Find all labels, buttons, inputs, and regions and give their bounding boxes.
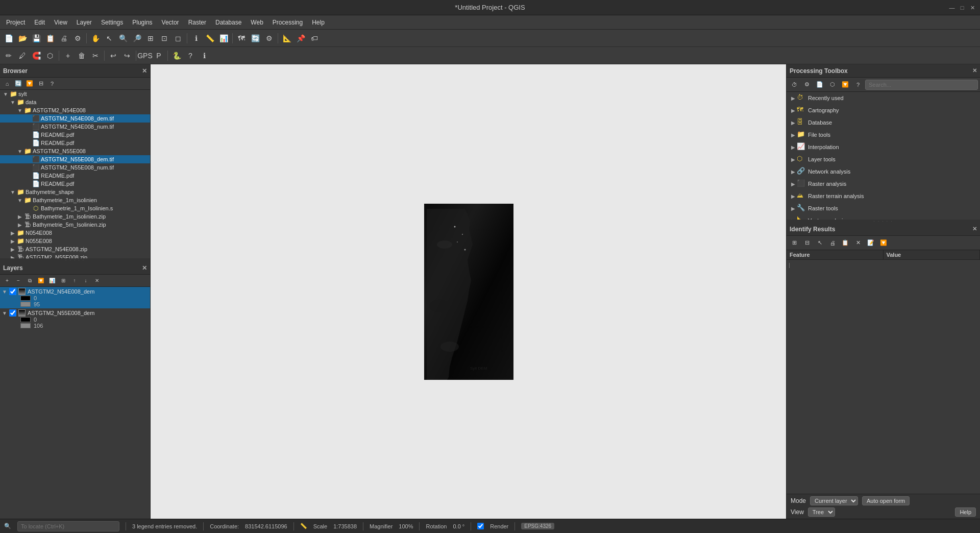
browser-item-bathy5m-zip[interactable]: ▶ 🗜 Bathymetrie_5m_Isolinien.zip bbox=[0, 221, 150, 229]
layer-expand-N55[interactable]: ▼ bbox=[2, 310, 7, 316]
label-button[interactable]: 🏷 bbox=[308, 32, 321, 45]
add-feature-button[interactable]: + bbox=[61, 49, 75, 62]
browser-item-bathy1m[interactable]: ▼ 📁 Bathymetrie_1m_isolinien bbox=[0, 196, 150, 204]
layers-close-icon[interactable]: ✕ bbox=[142, 264, 147, 272]
identify-button[interactable]: ℹ bbox=[189, 32, 203, 45]
identify-clear-button[interactable]: ✕ bbox=[852, 237, 864, 249]
proc-report-button[interactable]: 📄 bbox=[814, 79, 825, 90]
browser-collapse-button[interactable]: ⊟ bbox=[36, 79, 46, 89]
browser-item-N55-dem[interactable]: ⬛ ASTGTM2_N55E008_dem.tif bbox=[0, 155, 150, 163]
menu-edit[interactable]: Edit bbox=[30, 17, 49, 28]
proc-help-button[interactable]: ? bbox=[852, 79, 864, 90]
gpx-button[interactable]: GPS bbox=[138, 49, 152, 62]
browser-item-N055E008[interactable]: ▶ 📁 N055E008 bbox=[0, 237, 150, 245]
browser-item-N55-num[interactable]: ⬛ ASTGTM2_N55E008_num.tif bbox=[0, 163, 150, 172]
proc-filter-button[interactable]: 🔽 bbox=[840, 79, 851, 90]
remove-layer-button[interactable]: − bbox=[13, 276, 23, 286]
minimize-button[interactable]: — bbox=[948, 4, 955, 11]
zoom-layer-button[interactable]: ⊡ bbox=[158, 32, 171, 45]
auto-open-form-button[interactable]: Auto open form bbox=[862, 496, 910, 505]
attribute-table-button[interactable]: 📊 bbox=[217, 32, 230, 45]
layer-group-button[interactable]: ⊞ bbox=[58, 276, 68, 286]
ptool-raster-terrain[interactable]: ▶ ⛰ Raster terrain analysis bbox=[787, 190, 980, 202]
ruler-button[interactable]: 📐 bbox=[280, 32, 293, 45]
edit-button[interactable]: 🖊 bbox=[16, 49, 29, 62]
filter-layer-button[interactable]: 🔽 bbox=[36, 276, 46, 286]
browser-item-sylt[interactable]: ▼ 📁 sylt bbox=[0, 90, 150, 98]
layer-visible-N55[interactable] bbox=[9, 309, 16, 317]
menu-help[interactable]: Help bbox=[308, 17, 329, 28]
browser-item-N54-num[interactable]: ⬛ ASTGTM2_N54E008_num.tif bbox=[0, 123, 150, 131]
view-select[interactable]: Tree bbox=[808, 507, 835, 517]
identify-print-button[interactable]: 🖨 bbox=[827, 237, 838, 249]
pan-button[interactable]: ✋ bbox=[89, 32, 102, 45]
browser-close-icon[interactable]: ✕ bbox=[142, 67, 147, 75]
ptool-network-analysis[interactable]: ▶ 🔗 Network analysis bbox=[787, 165, 980, 178]
processing-search-input[interactable] bbox=[865, 80, 978, 90]
browser-refresh-button[interactable]: 🔄 bbox=[13, 79, 23, 89]
node-button[interactable]: ⬡ bbox=[43, 49, 57, 62]
proc-settings-button[interactable]: ⚙ bbox=[801, 79, 813, 90]
browser-item-data[interactable]: ▼ 📁 data bbox=[0, 98, 150, 106]
layer-expand-N54[interactable]: ▼ bbox=[2, 289, 7, 295]
menu-vector[interactable]: Vector bbox=[158, 17, 183, 28]
properties-button[interactable]: ⚙ bbox=[71, 32, 84, 45]
ptool-raster-tools[interactable]: ▶ 🔧 Raster tools bbox=[787, 202, 980, 214]
maximize-button[interactable]: □ bbox=[959, 4, 966, 11]
print-button[interactable]: 🖨 bbox=[57, 32, 70, 45]
browser-info-button[interactable]: ? bbox=[47, 79, 57, 89]
browser-item-readme2[interactable]: 📄 README.pdf bbox=[0, 139, 150, 147]
identify-collapse-button[interactable]: ⊟ bbox=[801, 237, 813, 249]
ptool-file-tools[interactable]: ▶ 📁 File tools bbox=[787, 129, 980, 141]
ptool-layer-tools[interactable]: ▶ ⬡ Layer tools bbox=[787, 153, 980, 165]
mode-select[interactable]: Current layer bbox=[810, 496, 858, 505]
menu-view[interactable]: View bbox=[50, 17, 71, 28]
browser-item-bathy1m-shp[interactable]: ⬡ Bathymetrie_1_m_Isolinien.s bbox=[0, 204, 150, 212]
browser-item-readme3[interactable]: 📄 README.pdf bbox=[0, 172, 150, 180]
layer-up-button[interactable]: ↑ bbox=[69, 276, 80, 286]
zoom-all-button[interactable]: ⊞ bbox=[144, 32, 157, 45]
browser-item-N54E008-folder[interactable]: ▼ 📁 ASTGTM2_N54E008 bbox=[0, 106, 150, 114]
duplicate-layer-button[interactable]: ⧉ bbox=[24, 276, 35, 286]
zoom-in-button[interactable]: 🔍 bbox=[116, 32, 130, 45]
remove-selected-button[interactable]: ✕ bbox=[92, 276, 102, 286]
cut-button[interactable]: ✂ bbox=[89, 49, 102, 62]
help-button[interactable]: Help bbox=[955, 507, 976, 517]
render-checkbox[interactable] bbox=[477, 523, 484, 529]
ptool-interpolation[interactable]: ▶ 📈 Interpolation bbox=[787, 141, 980, 153]
menu-plugins[interactable]: Plugins bbox=[128, 17, 156, 28]
info-button[interactable]: ℹ bbox=[198, 49, 211, 62]
identify-close-icon[interactable]: ✕ bbox=[972, 226, 977, 232]
python-button[interactable]: 🐍 bbox=[170, 49, 183, 62]
ptool-recently-used[interactable]: ▶ ⏱ Recently used bbox=[787, 92, 980, 104]
layer-down-button[interactable]: ↓ bbox=[81, 276, 91, 286]
identify-attrs-button[interactable]: 🔽 bbox=[878, 237, 889, 249]
menu-project[interactable]: Project bbox=[2, 17, 29, 28]
zoom-out-button[interactable]: 🔎 bbox=[130, 32, 143, 45]
browser-item-bathy[interactable]: ▼ 📁 Bathymetrie_shape bbox=[0, 188, 150, 196]
processing-close-icon[interactable]: ✕ bbox=[972, 67, 977, 74]
menu-web[interactable]: Web bbox=[247, 17, 267, 28]
add-layer-button[interactable]: + bbox=[2, 276, 12, 286]
identify-copy-button[interactable]: 📋 bbox=[840, 237, 851, 249]
browser-item-bathy1m-zip[interactable]: ▶ 🗜 Bathymetrie_1m_isolinien.zip bbox=[0, 212, 150, 221]
help2-button[interactable]: ? bbox=[184, 49, 197, 62]
locate-input[interactable] bbox=[17, 521, 119, 531]
measure-button[interactable]: 📏 bbox=[203, 32, 216, 45]
epsg-badge[interactable]: EPSG:4326 bbox=[521, 523, 554, 529]
layer-visible-N54[interactable] bbox=[9, 288, 16, 295]
ptool-cartography[interactable]: ▶ 🗺 Cartography bbox=[787, 104, 980, 116]
open-table-button[interactable]: 📊 bbox=[47, 276, 57, 286]
save-as-button[interactable]: 📋 bbox=[43, 32, 57, 45]
undo-button[interactable]: ↩ bbox=[107, 49, 120, 62]
close-button[interactable]: ✕ bbox=[969, 4, 976, 11]
settings2-button[interactable]: ⚙ bbox=[262, 32, 276, 45]
save-project-button[interactable]: 💾 bbox=[30, 32, 43, 45]
plugin1-button[interactable]: P bbox=[152, 49, 165, 62]
browser-item-N54-zip[interactable]: ▶ 🗜 ASTGTM2_N54E008.zip bbox=[0, 245, 150, 253]
pin-button[interactable]: 📌 bbox=[294, 32, 307, 45]
snap-button[interactable]: 🧲 bbox=[30, 49, 43, 62]
ptool-database[interactable]: ▶ 🗄 Database bbox=[787, 116, 980, 129]
browser-item-N54-dem[interactable]: ⬛ ASTGTM2_N54E008_dem.tif bbox=[0, 114, 150, 123]
identify-select-button[interactable]: ↖ bbox=[814, 237, 825, 249]
